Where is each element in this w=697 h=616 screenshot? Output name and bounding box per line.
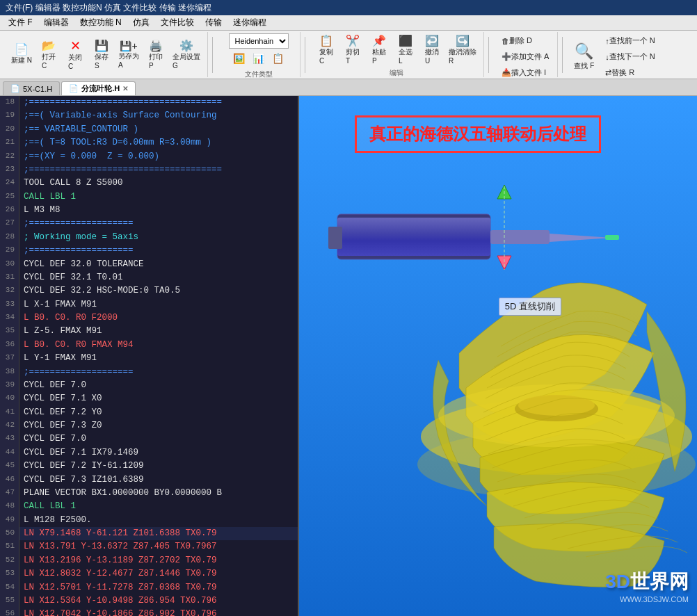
divider-2 xyxy=(305,37,305,73)
watermark-url: WWW.3DSJW.COM xyxy=(605,595,689,603)
open-icon: 📂 xyxy=(42,40,56,51)
find-big-button[interactable]: 🔍 查找 F xyxy=(571,40,597,73)
open-button[interactable]: 📂 打开C xyxy=(36,38,61,72)
line-content: LN X12.5364 Y-10.9498 Z86.954 TX0.796 xyxy=(19,594,298,608)
find-label: 查找 F xyxy=(574,61,594,71)
menu-transfer[interactable]: 传输 xyxy=(200,15,227,30)
svg-rect-7 xyxy=(328,227,342,249)
code-line: 51LN X13.791 Y-13.6372 Z87.405 TX0.7967 xyxy=(0,540,298,553)
new-icon: 📄 xyxy=(15,44,29,55)
line-number: 41 xyxy=(0,406,19,419)
save-button[interactable]: 💾 保存S xyxy=(89,38,114,72)
code-line: 23;===================================== xyxy=(0,163,298,177)
selectall-icon: ⬛ xyxy=(399,35,412,47)
img-btn-3[interactable]: 📋 xyxy=(269,51,287,65)
code-line: 41CYCL DEF 7.2 Y0 xyxy=(0,406,298,419)
delete-button[interactable]: 🗑 删除 D xyxy=(497,33,553,48)
edit-group: 📋 复制C ✂️ 剪切T 📌 粘贴P ⬛ 全选L ↩️ 撤消U ↪️ 撤消清除R xyxy=(310,32,484,77)
search-icon: 🔍 xyxy=(575,42,593,60)
code-line: 54LN X12.5701 Y-11.7278 Z87.0368 TX0.79 xyxy=(0,581,298,594)
watermark-3: 3D xyxy=(605,571,630,592)
code-panel[interactable]: 18;=====================================… xyxy=(0,96,299,616)
copy-button[interactable]: 📋 复制C xyxy=(314,33,339,67)
code-line: 29;==================== xyxy=(0,244,298,257)
menu-editor[interactable]: 编辑器 xyxy=(38,15,74,30)
line-number: 27 xyxy=(0,217,19,230)
filetype-group: Heidenhain 🖼️ 📊 📋 文件类型 xyxy=(217,32,301,77)
watermark-world: 世界网 xyxy=(630,571,689,592)
line-number: 29 xyxy=(0,244,19,257)
print-button[interactable]: 🖨️ 打印P xyxy=(143,38,168,72)
undo-button[interactable]: ↩️ 撤消U xyxy=(419,33,444,67)
file-group: 📄 新建 N 📂 打开C ✕ 关闭C 💾 保存S 💾+ 另存为A 🖨️ 打 xyxy=(4,32,208,77)
redo-button[interactable]: ↪️ 撤消清除R xyxy=(446,33,479,67)
tab-close-icon[interactable]: ✕ xyxy=(122,85,128,92)
line-content: L X-1 FMAX M91 xyxy=(19,298,298,311)
code-line: 24TOOL CALL 8 Z S5000 xyxy=(0,177,298,190)
watermark: 3D世界网 WWW.3DSJW.COM xyxy=(605,569,689,603)
menu-sim[interactable]: 仿真 xyxy=(127,15,155,30)
save-icon: 💾 xyxy=(95,40,109,51)
line-content: CYCL DEF 7.0 xyxy=(19,379,298,392)
tab-impeller[interactable]: 📄 分流叶轮.H ✕ xyxy=(61,81,136,95)
code-line: 35L Z-5. FMAX M91 xyxy=(0,325,298,338)
tab-bar: 📄 5X-C1.H 📄 分流叶轮.H ✕ xyxy=(0,79,697,96)
line-number: 39 xyxy=(0,379,19,392)
line-content: ;==( Variable-axis Surface Contouring xyxy=(19,109,298,122)
fullscreen-icon: ⚙️ xyxy=(179,40,193,51)
line-number: 21 xyxy=(0,136,19,149)
toolbar: 📄 新建 N 📂 打开C ✕ 关闭C 💾 保存S 💾+ 另存为A 🖨️ 打 xyxy=(0,31,697,79)
tab-5xc1[interactable]: 📄 5X-C1.H xyxy=(3,81,60,95)
line-content: ;==( T=8 TOOL:R3 D=6.00mm R=3.00mm ) xyxy=(19,136,298,149)
line-content: CALL LBL 1 xyxy=(19,500,298,513)
findnext-button[interactable]: ↓ 查找下一个 N xyxy=(601,49,659,64)
line-content: PLANE VECTOR BX1.0000000 BY0.0000000 B xyxy=(19,487,298,500)
insertfile-button[interactable]: 📥 插入文件 I xyxy=(497,65,553,80)
line-content: LN X13.2196 Y-13.1189 Z87.2702 TX0.79 xyxy=(19,554,298,567)
copy-label: 复制C xyxy=(319,47,333,65)
code-line: 47PLANE VECTOR BX1.0000000 BY0.0000000 B xyxy=(0,487,298,500)
addfile-button[interactable]: ➕ 添加文件 A xyxy=(497,49,553,64)
close-button[interactable]: ✕ 关闭C xyxy=(63,38,88,72)
fullscreen-button[interactable]: ⚙️ 全局设置G xyxy=(170,38,203,72)
line-number: 26 xyxy=(0,204,19,217)
menu-nc[interactable]: 数控功能 N xyxy=(74,15,127,30)
new-label: 新建 N xyxy=(11,56,32,65)
code-line: 31CYCL DEF 32.1 T0.01 xyxy=(0,271,298,284)
line-number: 54 xyxy=(0,581,19,594)
code-line: 46CYCL DEF 7.3 IZ101.6389 xyxy=(0,473,298,487)
fileops-group: 🗑 删除 D ➕ 添加文件 A 📥 插入文件 I xyxy=(493,32,558,77)
title-bar: 文件(F) 编辑器 数控功能N 仿真 文件比较 传输 迷你编程 xyxy=(0,0,697,15)
replace-button[interactable]: ⇄ 替换 R xyxy=(601,65,659,80)
code-line: 45CYCL DEF 7.2 IY-61.1209 xyxy=(0,460,298,473)
cut-button[interactable]: ✂️ 剪切T xyxy=(340,33,365,67)
menu-file[interactable]: 文件 F xyxy=(3,15,38,30)
line-number: 47 xyxy=(0,487,19,500)
code-line: 53LN X12.8032 Y-12.4677 Z87.1446 TX0.79 xyxy=(0,567,298,581)
code-line: 38;==================== xyxy=(0,366,298,379)
line-content: ;===================================== xyxy=(19,163,298,177)
line-content: L B0. C0. R0 F2000 xyxy=(19,311,298,325)
code-line: 52LN X13.2196 Y-13.1189 Z87.2702 TX0.79 xyxy=(0,554,298,567)
line-content: LN X12.7042 Y-10.1866 Z86.902 TX0.796 xyxy=(19,608,298,616)
new-button[interactable]: 📄 新建 N xyxy=(8,42,35,67)
selectall-button[interactable]: ⬛ 全选L xyxy=(393,33,418,67)
line-number: 20 xyxy=(0,123,19,136)
paste-button[interactable]: 📌 粘贴P xyxy=(367,33,392,67)
menu-compare[interactable]: 文件比较 xyxy=(155,15,200,30)
code-line: 55LN X12.5364 Y-10.9498 Z86.954 TX0.796 xyxy=(0,594,298,608)
viewport-3d: 真正的海德汉五轴联动后处理 5D 直线切削 3D世界网 WWW.3DSJW.CO… xyxy=(299,96,697,616)
undo-label: 撤消U xyxy=(425,47,439,65)
filetype-select[interactable]: Heidenhain xyxy=(229,33,289,49)
save-label: 保存S xyxy=(95,52,109,70)
code-line: 28; Working mode = 5axis xyxy=(0,231,298,244)
saveas-button[interactable]: 💾+ 另存为A xyxy=(115,39,142,71)
menu-mini[interactable]: 迷你编程 xyxy=(227,15,272,30)
findprev-button[interactable]: ↑ 查找前一个 N xyxy=(601,33,659,48)
img-btn-1[interactable]: 🖼️ xyxy=(230,51,248,65)
paste-label: 粘贴P xyxy=(372,47,386,65)
line-number: 56 xyxy=(0,608,19,616)
code-line: 40CYCL DEF 7.1 X0 xyxy=(0,392,298,405)
img-btn-2[interactable]: 📊 xyxy=(250,51,268,65)
line-content: L B0. C0. R0 FMAX M94 xyxy=(19,339,298,352)
